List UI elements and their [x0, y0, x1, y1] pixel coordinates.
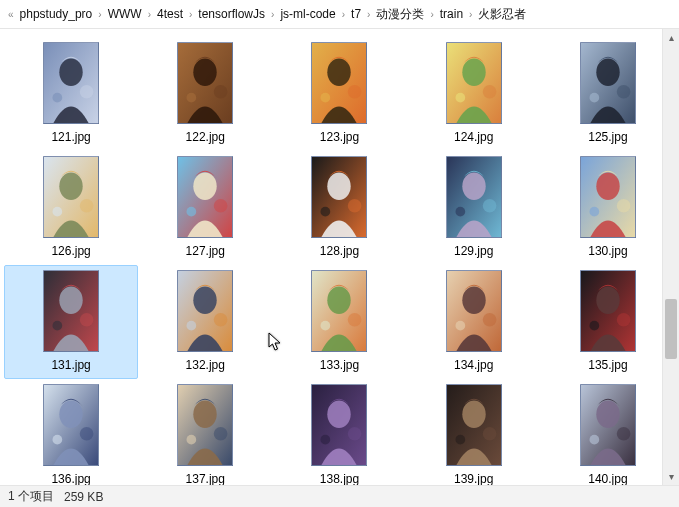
svg-point-9 [328, 59, 351, 86]
file-name-label: 129.jpg [454, 244, 493, 258]
breadcrumb-item[interactable]: phpstudy_pro [16, 7, 97, 21]
scroll-down-arrow[interactable]: ▾ [663, 468, 679, 485]
file-item[interactable]: 122.jpg [138, 37, 272, 151]
file-item[interactable]: 136.jpg [4, 379, 138, 485]
file-item[interactable]: 129.jpg [407, 151, 541, 265]
file-item[interactable]: 132.jpg [138, 265, 272, 379]
svg-point-70 [321, 435, 331, 445]
breadcrumb-item[interactable]: js-ml-code [276, 7, 339, 21]
svg-point-73 [462, 401, 485, 428]
file-thumbnail [177, 384, 233, 466]
svg-point-59 [617, 313, 631, 327]
breadcrumb-item[interactable]: 火影忍者 [474, 6, 530, 23]
file-name-label: 133.jpg [320, 358, 359, 372]
scroll-track[interactable] [663, 46, 679, 468]
chevron-right-icon: › [269, 9, 276, 20]
file-thumbnail [446, 156, 502, 238]
svg-point-35 [482, 199, 496, 213]
file-grid: 121.jpg 122.jpg 123.jpg 124.jpg [0, 29, 679, 485]
chevron-right-icon: › [187, 9, 194, 20]
file-thumbnail [446, 270, 502, 352]
file-name-label: 124.jpg [454, 130, 493, 144]
file-name-label: 138.jpg [320, 472, 359, 485]
file-thumbnail [177, 156, 233, 238]
svg-point-43 [80, 313, 94, 327]
svg-point-79 [617, 427, 631, 441]
status-selection-count: 1 个项目 [8, 488, 54, 505]
file-thumbnail [177, 42, 233, 124]
file-item[interactable]: 131.jpg [4, 265, 138, 379]
svg-point-13 [462, 59, 485, 86]
file-name-label: 140.jpg [588, 472, 627, 485]
file-thumbnail [580, 42, 636, 124]
svg-point-15 [482, 85, 496, 99]
scroll-thumb[interactable] [665, 299, 677, 359]
file-name-label: 122.jpg [186, 130, 225, 144]
svg-point-5 [194, 59, 217, 86]
svg-point-11 [348, 85, 362, 99]
svg-point-53 [462, 287, 485, 314]
svg-point-39 [617, 199, 631, 213]
svg-point-37 [596, 173, 619, 200]
svg-point-14 [455, 93, 465, 103]
file-item[interactable]: 124.jpg [407, 37, 541, 151]
file-item[interactable]: 139.jpg [407, 379, 541, 485]
status-selection-size: 259 KB [64, 490, 103, 504]
svg-point-30 [321, 207, 331, 217]
file-item[interactable]: 134.jpg [407, 265, 541, 379]
svg-point-27 [214, 199, 228, 213]
file-item[interactable]: 128.jpg [272, 151, 406, 265]
svg-point-50 [321, 321, 331, 331]
breadcrumb-item[interactable]: WWW [104, 7, 146, 21]
file-name-label: 123.jpg [320, 130, 359, 144]
file-thumbnail [43, 156, 99, 238]
file-name-label: 139.jpg [454, 472, 493, 485]
svg-point-10 [321, 93, 331, 103]
chevron-right-icon: › [428, 9, 435, 20]
file-item[interactable]: 138.jpg [272, 379, 406, 485]
svg-point-57 [596, 287, 619, 314]
file-item[interactable]: 126.jpg [4, 151, 138, 265]
svg-point-33 [462, 173, 485, 200]
file-thumbnail [43, 42, 99, 124]
file-name-label: 127.jpg [186, 244, 225, 258]
svg-point-29 [328, 173, 351, 200]
breadcrumb-overflow[interactable]: « [6, 9, 16, 20]
svg-point-47 [214, 313, 228, 327]
file-item[interactable]: 130.jpg [541, 151, 675, 265]
file-item[interactable]: 137.jpg [138, 379, 272, 485]
file-item[interactable]: 140.jpg [541, 379, 675, 485]
file-name-label: 136.jpg [51, 472, 90, 485]
breadcrumb-item[interactable]: tensorflowJs [194, 7, 269, 21]
file-item[interactable]: 123.jpg [272, 37, 406, 151]
breadcrumb-item[interactable]: 4test [153, 7, 187, 21]
svg-point-58 [589, 321, 599, 331]
file-name-label: 128.jpg [320, 244, 359, 258]
vertical-scrollbar[interactable]: ▴ ▾ [662, 29, 679, 485]
svg-point-22 [53, 207, 63, 217]
breadcrumb-item[interactable]: 动漫分类 [372, 6, 428, 23]
breadcrumb-item[interactable]: train [436, 7, 467, 21]
file-thumbnail [177, 270, 233, 352]
breadcrumb[interactable]: «phpstudy_pro›WWW›4test›tensorflowJs›js-… [0, 0, 679, 29]
file-item[interactable]: 121.jpg [4, 37, 138, 151]
file-item[interactable]: 135.jpg [541, 265, 675, 379]
file-item[interactable]: 127.jpg [138, 151, 272, 265]
file-thumbnail [43, 270, 99, 352]
file-name-label: 132.jpg [186, 358, 225, 372]
status-bar: 1 个项目 259 KB [0, 485, 679, 507]
file-thumbnail [311, 384, 367, 466]
file-name-label: 130.jpg [588, 244, 627, 258]
chevron-right-icon: › [146, 9, 153, 20]
breadcrumb-item[interactable]: t7 [347, 7, 365, 21]
scroll-up-arrow[interactable]: ▴ [663, 29, 679, 46]
file-item[interactable]: 133.jpg [272, 265, 406, 379]
file-thumbnail [446, 384, 502, 466]
svg-point-1 [59, 59, 82, 86]
file-item[interactable]: 125.jpg [541, 37, 675, 151]
file-thumbnail [311, 42, 367, 124]
svg-point-69 [328, 401, 351, 428]
svg-point-51 [348, 313, 362, 327]
svg-point-49 [328, 287, 351, 314]
file-name-label: 126.jpg [51, 244, 90, 258]
